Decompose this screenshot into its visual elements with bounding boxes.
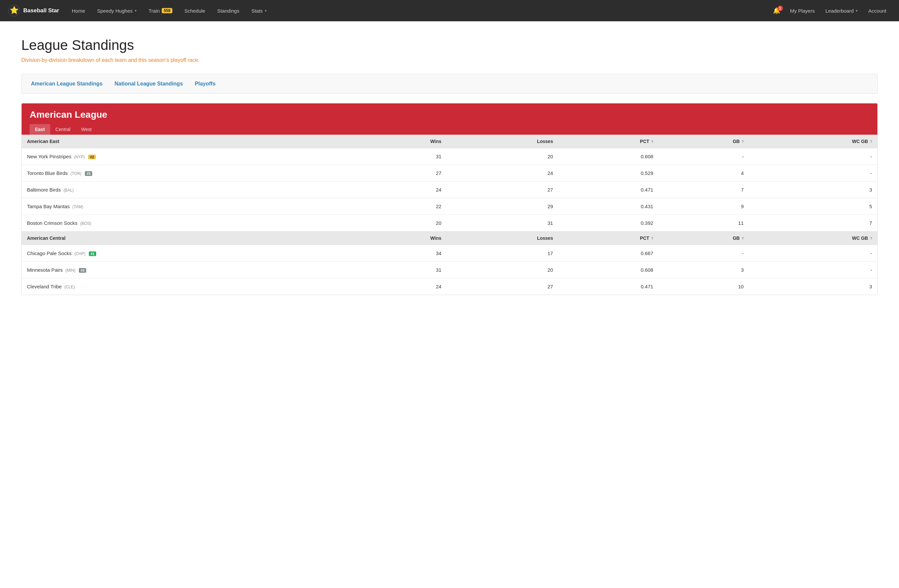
team-wins: 31: [356, 262, 446, 278]
col-wins: Wins: [356, 135, 446, 148]
team-wcgb: -: [749, 165, 877, 182]
division-tab-central[interactable]: Central: [50, 124, 76, 135]
notification-count: 1: [777, 6, 783, 11]
team-name: Tampa Bay Mantas: [27, 204, 70, 209]
team-pct: 0.608: [558, 262, 658, 278]
nav-home[interactable]: Home: [67, 5, 90, 16]
nav-train[interactable]: Train 558: [144, 5, 177, 16]
team-losses: 20: [447, 148, 559, 165]
team-name-cell: Boston Crimson Socks (BOS): [22, 215, 356, 231]
team-wcgb: -: [749, 245, 877, 262]
table-row: Boston Crimson Socks (BOS) 20 31 0.392 1…: [22, 215, 877, 231]
team-gb: 9: [658, 198, 749, 215]
team-losses: 27: [447, 182, 559, 198]
team-wins: 24: [356, 278, 446, 295]
team-abbr: (CLE): [64, 285, 74, 289]
team-abbr: (TAM): [73, 205, 83, 209]
nav-stats[interactable]: Stats ▾: [247, 5, 271, 16]
nav-player[interactable]: Speedy Hughes ▾: [93, 5, 141, 16]
team-name-cell: Minnesota Pairs (MIN) #4: [22, 262, 356, 278]
nav-my-players[interactable]: My Players: [786, 5, 819, 16]
table-row: Toronto Blue Birds (TOR) #5 27 24 0.529 …: [22, 165, 877, 182]
team-gb: -: [658, 148, 749, 165]
player-chevron-icon: ▾: [135, 9, 137, 13]
al-title: American League: [29, 110, 870, 120]
team-losses: 24: [447, 165, 559, 182]
leaderboard-chevron-icon: ▾: [856, 9, 858, 13]
team-abbr: (MIN): [66, 268, 76, 273]
team-gb: 7: [658, 182, 749, 198]
team-name: Minnesota Pairs: [27, 267, 63, 273]
team-abbr: (TOR): [71, 171, 82, 176]
main-content: League Standings Division-by-division br…: [0, 21, 899, 588]
team-name: Toronto Blue Birds: [27, 170, 68, 176]
team-wcgb: 3: [749, 182, 877, 198]
team-pct: 0.471: [558, 182, 658, 198]
table-row: Minnesota Pairs (MIN) #4 31 20 0.608 3 -: [22, 262, 877, 278]
division-tab-west[interactable]: West: [76, 124, 97, 135]
team-gb: -: [658, 245, 749, 262]
col-pct: PCT ?: [558, 135, 658, 148]
team-abbr: (CHP): [74, 252, 85, 256]
team-wins: 31: [356, 148, 446, 165]
standings-card: American League East Central West Americ…: [21, 103, 878, 295]
table-row: New York Pinstripes (NYP) #2 31 20 0.608…: [22, 148, 877, 165]
col-gb: GB ?: [658, 231, 749, 245]
team-name: Cleveland Tribe: [27, 284, 62, 289]
tab-playoffs[interactable]: Playoffs: [195, 81, 216, 87]
team-losses: 31: [447, 215, 559, 231]
standings-header: American League East Central West: [22, 103, 877, 135]
division-tab-east[interactable]: East: [29, 124, 50, 135]
team-gb: 4: [658, 165, 749, 182]
standings-table: American East Wins Losses PCT ? GB ? WC …: [22, 135, 877, 295]
team-wcgb: -: [749, 148, 877, 165]
train-badge: 558: [162, 8, 172, 13]
table-row: Cleveland Tribe (CLE) 24 27 0.471 10 3: [22, 278, 877, 295]
team-gb: 11: [658, 215, 749, 231]
rank-badge: #4: [79, 268, 86, 273]
team-pct: 0.392: [558, 215, 658, 231]
team-pct: 0.667: [558, 245, 658, 262]
team-wins: 24: [356, 182, 446, 198]
team-losses: 17: [447, 245, 559, 262]
team-abbr: (BOS): [80, 221, 91, 226]
nav-leaderboard[interactable]: Leaderboard ▾: [821, 5, 862, 16]
team-name-cell: Tampa Bay Mantas (TAM): [22, 198, 356, 215]
team-pct: 0.471: [558, 278, 658, 295]
rank-badge: #5: [85, 171, 92, 176]
team-name-cell: Chicago Pale Socks (CHP) #1: [22, 245, 356, 262]
team-wins: 27: [356, 165, 446, 182]
tabs-container: American League Standings National Leagu…: [21, 74, 878, 94]
nav-schedule[interactable]: Schedule: [180, 5, 210, 16]
nav-account[interactable]: Account: [864, 5, 891, 16]
section-header-0: American East Wins Losses PCT ? GB ? WC …: [22, 135, 877, 148]
team-wins: 20: [356, 215, 446, 231]
rank-badge: #2: [88, 155, 96, 159]
page-subtitle: Division-by-division breakdown of each t…: [21, 57, 878, 63]
section-name: American Central: [22, 231, 356, 245]
team-name-cell: Baltimore Birds (BAL): [22, 182, 356, 198]
col-wcgb: WC GB ?: [749, 231, 877, 245]
col-gb: GB ?: [658, 135, 749, 148]
col-losses: Losses: [447, 231, 559, 245]
team-name-cell: Toronto Blue Birds (TOR) #5: [22, 165, 356, 182]
brand-logo: ⭐: [8, 5, 20, 17]
team-wcgb: 5: [749, 198, 877, 215]
section-header-1: American Central Wins Losses PCT ? GB ? …: [22, 231, 877, 245]
team-gb: 10: [658, 278, 749, 295]
team-pct: 0.431: [558, 198, 658, 215]
team-abbr: (NYP): [74, 155, 85, 159]
nav-standings[interactable]: Standings: [213, 5, 244, 16]
team-gb: 3: [658, 262, 749, 278]
team-losses: 20: [447, 262, 559, 278]
team-wcgb: -: [749, 262, 877, 278]
section-name: American East: [22, 135, 356, 148]
table-row: Baltimore Birds (BAL) 24 27 0.471 7 3: [22, 182, 877, 198]
notification-bell[interactable]: 🔔 1: [769, 4, 784, 17]
team-wcgb: 3: [749, 278, 877, 295]
col-wins: Wins: [356, 231, 446, 245]
tab-nl-standings[interactable]: National League Standings: [114, 81, 183, 87]
tab-al-standings[interactable]: American League Standings: [31, 81, 102, 87]
team-pct: 0.608: [558, 148, 658, 165]
team-losses: 29: [447, 198, 559, 215]
